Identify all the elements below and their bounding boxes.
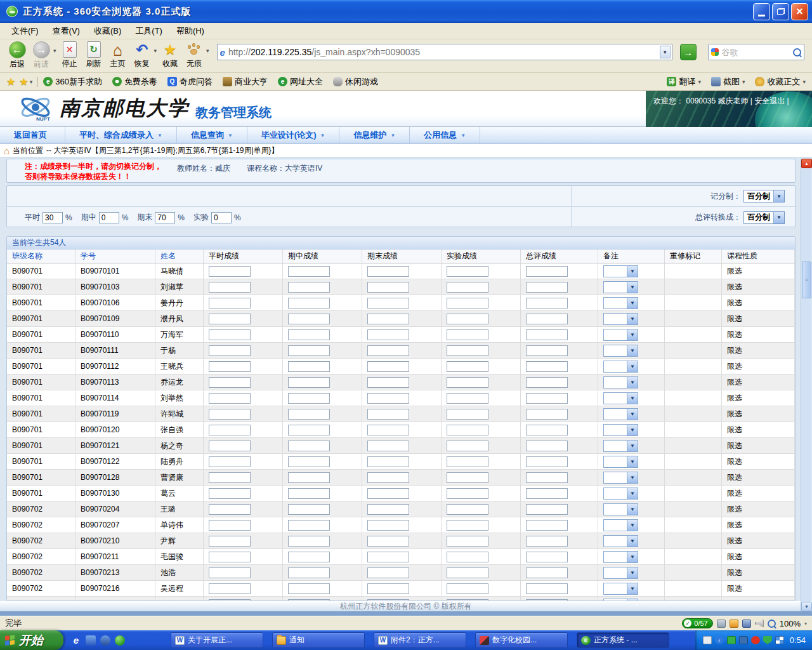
final-grade-input[interactable]: [367, 298, 409, 308]
chevron-down-icon[interactable]: ▼: [773, 190, 784, 202]
total-grade-input[interactable]: [526, 583, 568, 594]
final-grade-input[interactable]: [367, 266, 409, 277]
screenshot-dropdown-icon[interactable]: ▾: [742, 79, 745, 85]
nav-item[interactable]: 平时、综合成绩录入 ▼: [65, 127, 177, 143]
quicklaunch-360-icon[interactable]: [115, 635, 125, 646]
regular-grade-input[interactable]: [209, 472, 251, 483]
search-magnifier-icon[interactable]: [793, 48, 801, 56]
regular-grade-input[interactable]: [209, 520, 251, 531]
add-favorite-icon[interactable]: ★: [19, 77, 28, 87]
regular-grade-input[interactable]: [209, 504, 251, 515]
search-box[interactable]: [708, 44, 804, 60]
messenger-icon[interactable]: [727, 636, 736, 644]
incognito-button[interactable]: 无痕: [182, 41, 206, 69]
midterm-grade-input[interactable]: [288, 456, 330, 467]
col-class-name[interactable]: 班级名称: [7, 249, 75, 263]
final-grade-input[interactable]: [367, 567, 409, 578]
menu-item[interactable]: 收藏(B): [88, 23, 128, 39]
lab-grade-input[interactable]: [447, 488, 488, 499]
remark-select[interactable]: ▼: [603, 329, 638, 341]
chevron-down-icon[interactable]: ▼: [627, 377, 638, 388]
midterm-grade-input[interactable]: [288, 345, 330, 356]
final-grade-input[interactable]: [367, 361, 409, 372]
midterm-grade-input[interactable]: [288, 393, 330, 404]
security-counter-badge[interactable]: ✓ 0/57: [682, 618, 712, 628]
lab-grade-input[interactable]: [447, 567, 488, 578]
chevron-down-icon[interactable]: ▼: [627, 441, 638, 451]
chevron-down-icon[interactable]: ▼: [627, 393, 638, 404]
quicklaunch-security-icon[interactable]: [100, 635, 110, 646]
lab-grade-input[interactable]: [447, 282, 488, 293]
total-grade-input[interactable]: [526, 361, 568, 372]
refresh-button[interactable]: ↻ 刷新: [82, 41, 106, 69]
chevron-down-icon[interactable]: ▼: [773, 212, 784, 223]
lab-weight-input[interactable]: [211, 212, 232, 223]
remark-select[interactable]: ▼: [603, 392, 638, 404]
keyboard-icon[interactable]: [703, 636, 712, 644]
chevron-down-icon[interactable]: ▼: [627, 504, 638, 515]
regular-weight-input[interactable]: [43, 212, 63, 223]
screenshot-tool[interactable]: 截图 ▾: [711, 76, 745, 88]
menu-item[interactable]: 帮助(H): [170, 23, 211, 39]
translate-dropdown-icon[interactable]: ▾: [698, 79, 701, 85]
midterm-grade-input[interactable]: [288, 536, 330, 547]
midterm-grade-input[interactable]: [288, 282, 330, 293]
thunder-icon[interactable]: [751, 636, 760, 644]
remark-select[interactable]: ▼: [603, 535, 638, 547]
chevron-down-icon[interactable]: ▼: [627, 552, 638, 562]
taskbar-window-word2[interactable]: W 附件2：正方...: [374, 632, 466, 648]
chevron-down-icon[interactable]: ▼: [627, 583, 638, 594]
total-grade-input[interactable]: [526, 393, 568, 404]
remark-select[interactable]: ▼: [603, 472, 638, 484]
minimize-button[interactable]: [753, 3, 770, 20]
lab-grade-input[interactable]: [447, 298, 488, 308]
zoom-dropdown-icon[interactable]: ▾: [804, 621, 807, 627]
remark-select[interactable]: ▼: [603, 456, 638, 468]
midterm-grade-input[interactable]: [288, 409, 330, 420]
start-button[interactable]: 开始: [0, 630, 63, 650]
save-article-tool[interactable]: 收藏正文 ▾: [755, 76, 806, 88]
final-grade-input[interactable]: [367, 345, 409, 356]
lab-grade-input[interactable]: [447, 472, 488, 483]
remark-select[interactable]: ▼: [603, 297, 638, 309]
remark-select[interactable]: ▼: [603, 313, 638, 325]
chevron-down-icon[interactable]: ▼: [627, 298, 638, 308]
midterm-grade-input[interactable]: [288, 488, 330, 499]
final-grade-input[interactable]: [367, 536, 409, 547]
lab-grade-input[interactable]: [447, 361, 488, 372]
midterm-grade-input[interactable]: [288, 520, 330, 531]
download-icon[interactable]: [730, 620, 738, 628]
restore-session-button[interactable]: ↶ 恢复: [130, 41, 154, 69]
remark-select[interactable]: ▼: [603, 345, 638, 357]
scrollbar-thumb[interactable]: ≡: [802, 262, 811, 298]
final-grade-input[interactable]: [367, 329, 409, 340]
lab-grade-input[interactable]: [447, 536, 488, 547]
regular-grade-input[interactable]: [209, 409, 251, 420]
chevron-down-icon[interactable]: ▼: [627, 266, 638, 277]
chevron-down-icon[interactable]: ▼: [627, 361, 638, 372]
lab-grade-input[interactable]: [447, 425, 488, 435]
total-grade-input[interactable]: [526, 425, 568, 435]
final-weight-input[interactable]: [155, 212, 175, 223]
total-grade-input[interactable]: [526, 504, 568, 515]
taskbar-window-folder[interactable]: 通知: [272, 632, 365, 648]
favorites-dropdown-icon[interactable]: ▾: [30, 79, 33, 85]
remark-select[interactable]: ▼: [603, 519, 638, 531]
total-grade-input[interactable]: [526, 441, 568, 451]
lab-grade-input[interactable]: [447, 456, 488, 467]
final-grade-input[interactable]: [367, 282, 409, 293]
regular-grade-input[interactable]: [209, 393, 251, 404]
midterm-weight-input[interactable]: [99, 212, 119, 223]
input-method-icon[interactable]: ‹: [715, 636, 724, 644]
chevron-down-icon[interactable]: ▼: [627, 456, 638, 467]
lab-grade-input[interactable]: [447, 266, 488, 277]
bookmark-360-help[interactable]: e 360新手求助: [43, 76, 102, 88]
lab-grade-input[interactable]: [447, 329, 488, 340]
col-student-id[interactable]: 学号: [75, 249, 155, 263]
remark-select[interactable]: ▼: [603, 567, 638, 579]
network-icon[interactable]: [739, 636, 748, 644]
final-grade-input[interactable]: [367, 314, 409, 324]
remark-select[interactable]: ▼: [603, 361, 638, 373]
screenshot-icon[interactable]: [742, 620, 751, 628]
translate-tool[interactable]: 译 翻译 ▾: [667, 76, 701, 88]
